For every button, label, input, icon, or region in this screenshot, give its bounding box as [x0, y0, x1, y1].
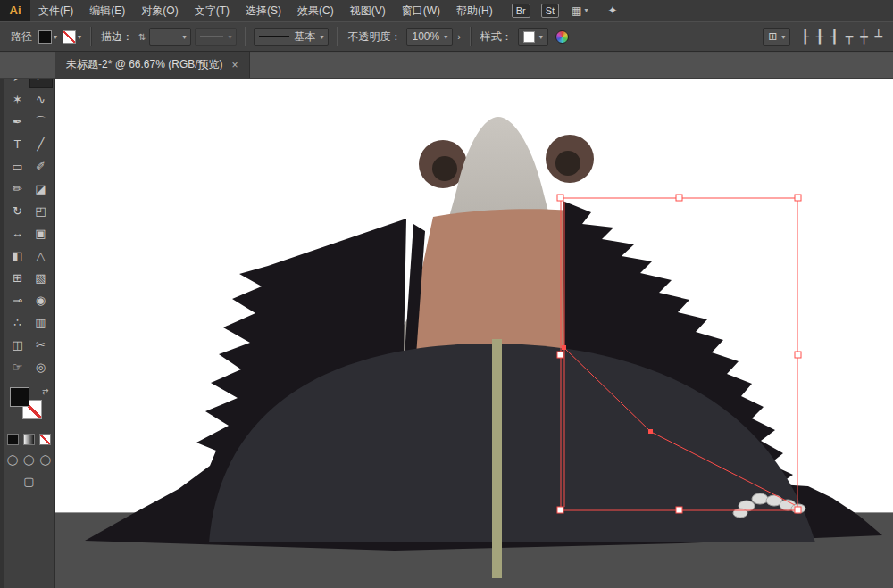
gradient-button[interactable] — [23, 434, 35, 445]
brush-stroke-preview — [259, 36, 289, 37]
menu-item-0[interactable]: 文件(F) — [30, 0, 81, 21]
chevron-down-icon: ▾ — [320, 33, 323, 41]
separator — [90, 27, 91, 46]
opacity-value: 100% — [412, 30, 439, 43]
width-tool[interactable]: ↔ — [6, 222, 29, 244]
chevron-down-icon: ▾ — [182, 33, 186, 41]
width-profile-combo[interactable]: ▾ — [195, 28, 237, 46]
brush-name: 基本 — [294, 29, 315, 45]
chevron-down-icon: ▾ — [539, 33, 543, 41]
rectangle-tool[interactable]: ▭ — [6, 155, 29, 178]
menu-item-7[interactable]: 窗口(W) — [394, 0, 448, 21]
stroke-none-swatch[interactable] — [63, 30, 76, 44]
eraser-tool[interactable]: ◪ — [29, 178, 53, 200]
blend-tool[interactable]: ◉ — [29, 289, 53, 311]
swap-fill-stroke-icon[interactable]: ⇄ — [42, 387, 49, 396]
opacity-combo[interactable]: 100% ▾ — [406, 28, 453, 46]
document-tab-bar: 未标题-2* @ 66.67% (RGB/预览) × — [0, 53, 893, 79]
style-label: 样式： — [480, 29, 513, 45]
fill-swatch[interactable] — [38, 30, 52, 44]
draw-normal-button[interactable]: ◯ — [7, 454, 18, 466]
chevron-down-icon: ▾ — [228, 33, 231, 41]
transform-options-combo[interactable]: ⊞ ▾ — [763, 28, 790, 46]
chevron-down-icon: ▾ — [54, 33, 57, 41]
app-logo: Ai — [0, 0, 30, 21]
main-menu: 文件(F)编辑(E)对象(O)文字(T)选择(S)效果(C)视图(V)窗口(W)… — [30, 0, 501, 21]
style-swatch — [523, 31, 535, 43]
pen-tool[interactable]: ✒ — [6, 111, 29, 133]
tab-close-icon[interactable]: × — [232, 59, 238, 71]
menu-item-3[interactable]: 文字(T) — [187, 0, 238, 21]
column-graph-tool[interactable]: ▥ — [29, 311, 53, 334]
opacity-label: 不透明度： — [347, 29, 401, 45]
perspective-grid-tool[interactable]: △ — [29, 244, 53, 267]
chevron-down-icon: ▾ — [78, 33, 81, 41]
draw-behind-button[interactable]: ◯ — [23, 454, 34, 466]
context-label: 路径 — [11, 29, 32, 45]
menu-item-6[interactable]: 视图(V) — [342, 0, 394, 21]
fill-stroke-widget: ⇄ — [10, 387, 49, 427]
gradient-tool[interactable]: ▧ — [29, 267, 53, 289]
grid-icon: ▦ — [572, 4, 581, 17]
slice-tool[interactable]: ✂ — [29, 334, 53, 356]
stroke-color-control[interactable]: ▾ — [63, 30, 81, 44]
bridge-button[interactable]: Br — [512, 4, 530, 18]
align-vertical-top-icon[interactable]: ┯ — [842, 29, 856, 44]
align-horizontal-right-icon[interactable]: ┨ — [827, 29, 841, 44]
gpu-performance-icon[interactable]: ✦ — [607, 4, 617, 17]
scale-tool[interactable]: ◰ — [29, 200, 53, 222]
paint-mode-row — [4, 434, 54, 445]
stroke-weight-combo[interactable]: ▾ — [149, 28, 191, 46]
eyedropper-tool[interactable]: ⊸ — [6, 289, 29, 311]
transform-icon: ⊞ — [768, 30, 777, 43]
artboard-tool[interactable]: ◫ — [6, 334, 29, 356]
color-button[interactable] — [7, 434, 19, 445]
align-vertical-bottom-icon[interactable]: ┷ — [872, 29, 886, 44]
screen-mode-button[interactable]: ▢ — [23, 475, 34, 488]
stroke-weight-stepper[interactable]: ⇅ — [138, 32, 146, 42]
align-horizontal-left-icon[interactable]: ┠ — [797, 29, 812, 44]
transparency-panel-chevron[interactable]: › — [457, 31, 461, 42]
zoom-tool[interactable]: ◎ — [29, 356, 53, 378]
hand-tool[interactable]: ☞ — [6, 356, 29, 378]
pencil-tool[interactable]: ✏ — [6, 178, 29, 200]
brush-definition-combo[interactable]: 基本 ▾ — [254, 28, 329, 46]
lasso-tool[interactable]: ∿ — [29, 88, 53, 111]
none-button[interactable] — [39, 434, 51, 445]
workspace-switcher-icon[interactable]: ▦ ▾ — [572, 4, 588, 17]
pasteboard[interactable] — [55, 79, 893, 588]
menu-bar: Ai 文件(F)编辑(E)对象(O)文字(T)选择(S)效果(C)视图(V)窗口… — [0, 0, 893, 21]
menu-item-2[interactable]: 对象(O) — [133, 0, 186, 21]
draw-mode-row: ◯ ◯ ◯ — [4, 454, 54, 466]
paintbrush-tool[interactable]: ✐ — [29, 155, 53, 178]
align-horizontal-center-icon[interactable]: ╂ — [813, 29, 827, 44]
menu-item-1[interactable]: 编辑(E) — [81, 0, 133, 21]
chevron-down-icon: ▾ — [584, 6, 588, 14]
artwork-canvas — [55, 79, 893, 588]
rotate-tool[interactable]: ↻ — [6, 200, 29, 222]
separator — [245, 27, 246, 46]
symbol-sprayer-tool[interactable]: ∴ — [6, 311, 29, 334]
line-segment-tool[interactable]: ╱ — [29, 133, 53, 155]
fill-color-swatch[interactable] — [10, 387, 29, 407]
tools-panel: « ➤➣✶∿✒⌒T╱▭✐✏◪↻◰↔▣◧△⊞▧⊸◉∴▥◫✂☞◎ ⇄ ◯ ◯ ◯ ▢ — [0, 53, 55, 588]
menu-item-8[interactable]: 帮助(H) — [448, 0, 501, 21]
menu-item-5[interactable]: 效果(C) — [289, 0, 342, 21]
style-combo[interactable]: ▾ — [518, 28, 548, 46]
curvature-tool[interactable]: ⌒ — [29, 111, 53, 133]
mesh-tool[interactable]: ⊞ — [6, 267, 29, 289]
align-controls: ⊞ ▾ ┠╂┨┯┿┷ — [761, 28, 886, 46]
align-vertical-center-icon[interactable]: ┿ — [856, 29, 871, 44]
screen-mode-row: ▢ — [4, 475, 54, 488]
recolor-artwork-icon[interactable] — [555, 30, 569, 44]
artwork-stick[interactable] — [492, 339, 502, 578]
free-transform-tool[interactable]: ▣ — [29, 222, 53, 244]
shape-builder-tool[interactable]: ◧ — [6, 244, 29, 267]
menu-item-4[interactable]: 选择(S) — [238, 0, 289, 21]
document-tab[interactable]: 未标题-2* @ 66.67% (RGB/预览) × — [55, 52, 250, 78]
stock-button[interactable]: St — [541, 4, 559, 18]
fill-color-control[interactable]: ▾ — [38, 30, 57, 44]
type-tool[interactable]: T — [6, 133, 29, 155]
draw-inside-button[interactable]: ◯ — [40, 454, 51, 466]
magic-wand-tool[interactable]: ✶ — [6, 88, 29, 111]
